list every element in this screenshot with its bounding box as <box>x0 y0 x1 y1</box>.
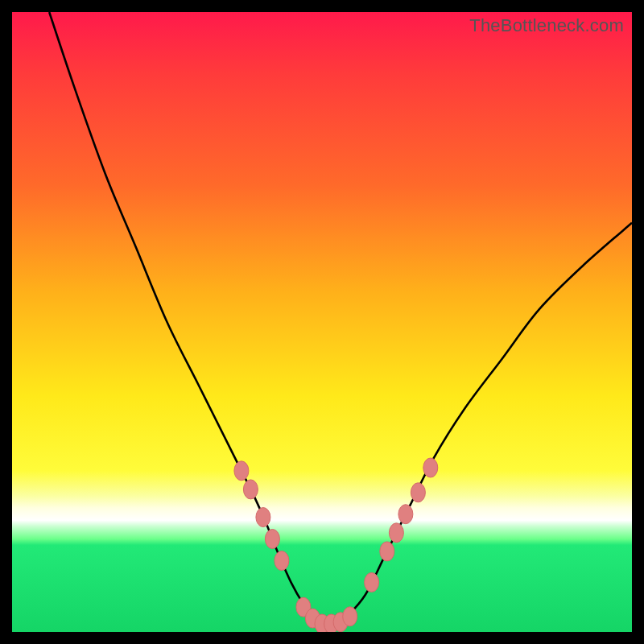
curve-marker <box>243 480 258 499</box>
curve-marker <box>256 508 270 527</box>
plot-area: TheBottleneck.com <box>12 12 632 632</box>
curve-marker <box>398 505 413 524</box>
curve-marker <box>365 572 379 592</box>
curve-marker <box>265 530 279 549</box>
curve-marker <box>411 483 425 502</box>
curve-marker <box>380 542 394 561</box>
curve-marker <box>343 607 357 626</box>
curve-marker <box>423 458 438 477</box>
curve-markers <box>234 458 438 632</box>
curve-marker <box>389 523 403 543</box>
chart-frame: TheBottleneck.com <box>0 0 644 644</box>
curve-layer <box>12 12 632 632</box>
bottleneck-curve <box>49 12 632 625</box>
curve-marker <box>275 551 289 571</box>
curve-marker <box>234 461 249 481</box>
